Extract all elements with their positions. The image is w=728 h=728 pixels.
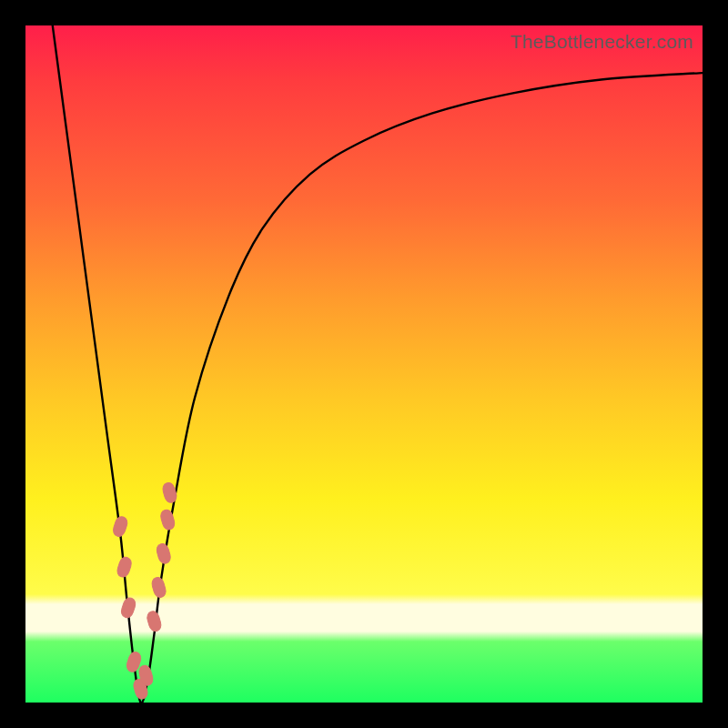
chart-frame: TheBottlenecker.com — [0, 0, 728, 728]
bottleneck-curve — [53, 25, 703, 703]
marker-dot — [120, 596, 137, 619]
marker-dot — [112, 515, 129, 538]
marker-dot — [159, 509, 177, 531]
marker-dot — [116, 556, 133, 579]
marker-dot — [155, 542, 172, 565]
marker-dot — [146, 610, 163, 632]
marker-dot — [150, 576, 167, 599]
highlight-markers — [112, 481, 178, 700]
curve-svg — [25, 25, 703, 703]
plot-area: TheBottlenecker.com — [25, 25, 703, 703]
marker-dot — [161, 481, 178, 504]
